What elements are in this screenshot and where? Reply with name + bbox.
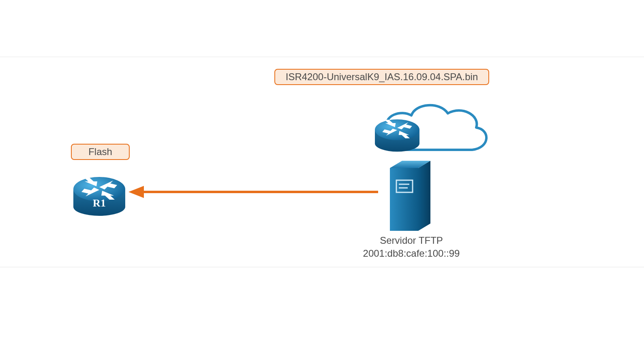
tftp-server-icon bbox=[386, 156, 434, 233]
label-ios-file-text: ISR4200-UniversalK9_IAS.16.09.04.SPA.bin bbox=[286, 71, 478, 82]
server-caption: Servidor TFTP 2001:db8:cafe:100::99 bbox=[332, 234, 490, 260]
label-flash-text: Flash bbox=[88, 146, 112, 157]
svg-marker-1 bbox=[390, 168, 418, 231]
server-address: 2001:db8:cafe:100::99 bbox=[332, 247, 490, 260]
svg-point-0 bbox=[375, 119, 419, 140]
transfer-arrow-icon bbox=[128, 184, 379, 200]
label-flash: Flash bbox=[71, 144, 130, 160]
cloud-router-icon bbox=[371, 109, 424, 154]
svg-marker-2 bbox=[418, 161, 430, 231]
diagram-band bbox=[0, 57, 644, 267]
svg-marker-8 bbox=[128, 186, 144, 198]
server-title: Servidor TFTP bbox=[332, 234, 490, 247]
router-r1-label: R1 bbox=[71, 197, 128, 209]
label-ios-file: ISR4200-UniversalK9_IAS.16.09.04.SPA.bin bbox=[274, 69, 489, 85]
router-r1-icon: R1 bbox=[71, 168, 128, 217]
